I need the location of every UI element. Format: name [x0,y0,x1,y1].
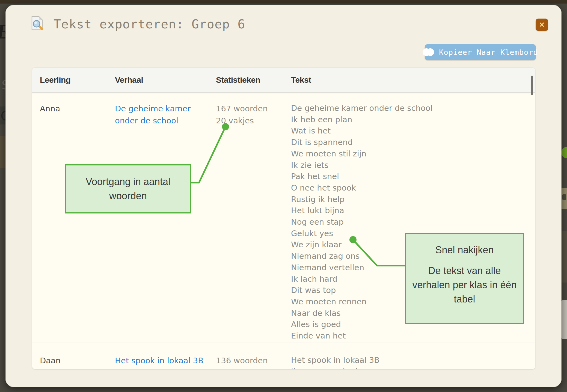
text-line: Pak het snel [291,171,535,182]
text-line: Rustig ik help [291,194,535,205]
text-line: Einde van het [291,330,535,342]
student-name: Anna [40,103,115,115]
text-line: Dit is spannend [291,137,535,148]
story-statistics: 167 woorden20 vakjes [216,103,291,127]
copy-to-clipboard-button[interactable]: Kopieer Naar Klembord [425,44,536,60]
annotation-callout-progress: Voortgang in aantal woorden [65,164,191,213]
copy-button-label: Kopieer Naar Klembord [439,48,538,57]
student-name: Daan [40,355,115,367]
text-line: Nog een stap [291,216,535,228]
text-line: Het spook in lokaal 3B [291,355,535,366]
clipboard-icon [423,48,435,56]
text-line: O nee het spook [291,182,535,194]
text-line: De geheime kamer onder de school [291,103,535,114]
text-line: Ik zag een schaduw. [291,366,535,369]
table-row: Daan Het spook in lokaal 3B 136 woorden1… [32,343,535,369]
callout-text: De tekst van alle verhalen per klas in é… [412,264,517,306]
text-line: 15 vakjes [216,367,291,369]
backdrop-brown-strip [0,0,567,4]
text-line: Ik heb een plan [291,114,535,126]
column-header-verhaal: Verhaal [115,75,216,85]
dialog-title: Tekst exporteren: Groep 6 [54,17,245,31]
backdrop-card-fragment [561,300,567,339]
column-header-statistieken: Statistieken [216,75,291,85]
screen: E S G Tekst exporteren: Groep 6 ✕ Kopiee… [0,0,567,392]
story-statistics: 136 woorden15 vakjes [216,355,291,369]
text-line: 167 woorden [216,103,291,115]
story-text: Het spook in lokaal 3BIk zag een schaduw… [291,355,535,369]
story-link[interactable]: De geheime kamer onder de school [115,103,211,127]
column-header-leerling: Leerling [40,75,115,85]
story-link[interactable]: Het spook in lokaal 3B [115,355,211,367]
callout-title: Snel nakijken [412,244,517,256]
table-scrollbar-thumb[interactable] [531,76,533,95]
text-line: Ik zie iets [291,160,535,171]
text-line: We moeten stil zijn [291,148,535,160]
text-line: Het lukt bijna [291,205,535,216]
annotation-callout-review: Snel nakijken De tekst van alle verhalen… [405,233,524,324]
column-header-tekst: Tekst [291,75,535,85]
backdrop-green-badge [561,147,567,158]
callout-text: Voortgang in aantal woorden [74,175,182,203]
close-icon[interactable]: ✕ [536,19,548,31]
text-line: Wat is het [291,125,535,137]
text-line: 136 woorden [216,355,291,367]
table-header-row: Leerling Verhaal Statistieken Tekst [32,68,535,93]
backdrop-icon-fragment [562,194,566,200]
text-line: 20 vakjes [216,115,291,127]
backdrop-band [561,231,567,283]
preview-document-icon [29,16,44,31]
